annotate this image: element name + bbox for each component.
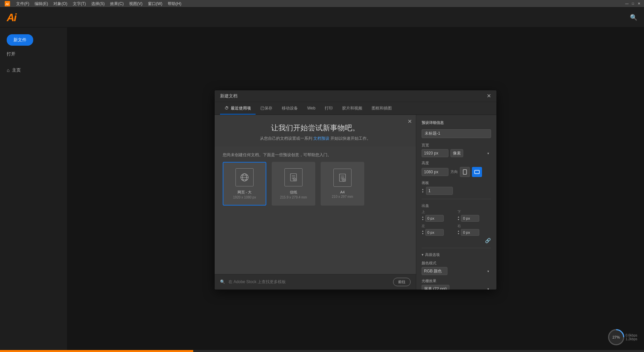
tab-print[interactable]: 打印 (320, 102, 337, 115)
template-hint: 您尚未创建任何文档。下面是一些预设创意，可帮助您入门。 (223, 152, 408, 158)
dialog-left-panel: ✕ 让我们开始尝试新事物吧。 从您自己的文档设置或一系列 文档预设 开始以快速开… (215, 115, 416, 290)
tab-mobile-label: 移动设备 (282, 105, 298, 111)
tab-web-label: Web (307, 106, 315, 111)
preset-name-input[interactable] (422, 129, 491, 138)
tab-recent[interactable]: ⏱ ⏱ 最近使用项 最近使用项 (220, 102, 256, 115)
bleed-bottom-group: 下 ▲ ▼ (458, 210, 491, 222)
sidebar-home-label: 主页 (12, 67, 21, 73)
bleed-right-input[interactable] (461, 229, 479, 236)
menu-text[interactable]: 文字(T) (70, 0, 89, 7)
width-label: 页宽 (422, 143, 491, 148)
sidebar: 新文件 打开 ⌂ 主页 (0, 28, 67, 352)
app-header: Ai 🔍 (0, 7, 644, 28)
modal-overlay: 新建文档 ✕ ⏱ ⏱ 最近使用项 最近使用项 已保存 移动设备 Web (67, 28, 644, 352)
width-input[interactable] (422, 149, 448, 157)
bleed-top-group: 上 ▲ ▼ (422, 210, 455, 222)
unit-select[interactable]: 像素 毫米 厘米 (450, 149, 463, 157)
tab-frame[interactable]: 图框和插图 (367, 102, 396, 115)
close-button[interactable]: ✕ (637, 1, 641, 6)
menu-bar: Ai 文件(F) 编辑(E) 对象(O) 文字(T) 选择(S) 效果(C) 视… (0, 0, 644, 7)
search-input[interactable] (228, 279, 390, 284)
width-row: 像素 毫米 厘米 (422, 149, 491, 157)
advanced-label: 高级选项 (425, 252, 440, 257)
boards-input[interactable] (426, 187, 453, 195)
template-area: 您尚未创建任何文档。下面是一些预设创意，可帮助您入门。 (215, 147, 416, 274)
bleed-right-spinner[interactable]: ▲ ▼ (458, 230, 460, 235)
height-orient-row: 方向 (422, 167, 491, 177)
bleed-link-icon[interactable]: 🔗 (484, 237, 491, 244)
template-size-1: 215.9 x 279.4 mm (280, 195, 307, 199)
menu-object[interactable]: 对象(O) (51, 0, 70, 7)
tab-web[interactable]: Web (303, 102, 320, 114)
bleed-top-spinner[interactable]: ▲ ▼ (422, 216, 424, 221)
bleed-bottom-input[interactable] (461, 215, 479, 222)
menu-effect[interactable]: 效果(C) (107, 0, 126, 7)
sidebar-item-home[interactable]: ⌂ 主页 (0, 65, 67, 75)
search-icon[interactable]: 🔍 (630, 14, 637, 21)
welcome-title: 让我们开始尝试新事物吧。 (225, 123, 405, 133)
main-content: 新建文档 ✕ ⏱ ⏱ 最近使用项 最近使用项 已保存 移动设备 Web (67, 28, 644, 352)
menu-file[interactable]: 文件(F) (13, 0, 32, 7)
template-cards: 网页 - 大 1920 x 1080 px (223, 162, 408, 206)
template-name-2: A4 (340, 190, 344, 194)
window-controls: — □ ✕ (625, 1, 641, 6)
menu-view[interactable]: 视图(V) (126, 0, 145, 7)
boards-up-arrow[interactable]: ▲ (422, 188, 424, 190)
bleed-left-spinner[interactable]: ▲ ▼ (422, 230, 424, 235)
goto-button[interactable]: 前往 (393, 278, 411, 286)
tab-film[interactable]: 胶片和视频 (337, 102, 367, 115)
svg-text:Ai: Ai (5, 2, 9, 6)
template-card-letter[interactable]: 信纸 215.9 x 279.4 mm (272, 162, 315, 206)
template-card-web-large[interactable]: 网页 - 大 1920 x 1080 px (223, 162, 266, 206)
dialog-search-bar: 🔍 前往 (215, 274, 416, 290)
template-name-1: 信纸 (290, 190, 297, 195)
bleed-left-input[interactable] (425, 229, 444, 236)
boards-spinner[interactable]: ▲ ▼ (422, 188, 424, 193)
template-card-a4[interactable]: A4 210 x 297 mm (321, 162, 364, 206)
welcome-area: ✕ 让我们开始尝试新事物吧。 从您自己的文档设置或一系列 文档预设 开始以快速开… (215, 115, 416, 147)
color-mode-select[interactable]: RGB 颜色 CMYK 颜色 (422, 267, 447, 275)
welcome-close-button[interactable]: ✕ (408, 118, 412, 125)
open-button[interactable]: 打开 (7, 51, 60, 57)
raster-select[interactable]: 屏幕 (72 ppi) 高 (300 ppi) (422, 285, 449, 290)
new-document-dialog: 新建文档 ✕ ⏱ ⏱ 最近使用项 最近使用项 已保存 移动设备 Web (215, 90, 496, 290)
template-name-0: 网页 - 大 (237, 190, 252, 195)
color-mode-select-wrapper: RGB 颜色 CMYK 颜色 (422, 267, 491, 275)
menu-edit[interactable]: 编辑(E) (32, 0, 51, 7)
dialog-close-button[interactable]: ✕ (487, 93, 491, 99)
template-size-2: 210 x 297 mm (332, 195, 353, 199)
menu-help[interactable]: 帮助(H) (165, 0, 184, 7)
portrait-button[interactable] (460, 167, 470, 177)
welcome-subtitle: 从您自己的文档设置或一系列 文档预设 开始以快速开始工作。 (225, 136, 405, 141)
boards-row: ▲ ▼ (422, 187, 491, 195)
menu-window[interactable]: 窗口(W) (145, 0, 165, 7)
template-icon-a4 (333, 169, 352, 187)
upload-speed: 0.6kbps (626, 334, 637, 337)
raster-select-wrapper: 屏幕 (72 ppi) 高 (300 ppi) (422, 285, 491, 290)
app-icon: Ai (3, 0, 12, 7)
height-input[interactable] (422, 168, 448, 176)
new-file-button[interactable]: 新文件 (7, 34, 33, 46)
preset-link[interactable]: 文档预设 (313, 136, 329, 141)
menu-select[interactable]: 选择(S) (89, 0, 107, 7)
orient-label: 方向 (450, 169, 458, 174)
bleed-top-input[interactable] (425, 215, 444, 222)
template-icon-globe (235, 168, 254, 186)
cpu-usage-indicator: 27% (608, 329, 624, 345)
app-logo: Ai (7, 12, 16, 23)
tab-print-label: 打印 (325, 105, 333, 111)
landscape-button[interactable] (472, 167, 482, 177)
tab-saved[interactable]: 已保存 (256, 102, 277, 115)
divider-bleed (422, 199, 491, 199)
bleed-bottom-spinner[interactable]: ▲ ▼ (458, 216, 460, 221)
boards-down-arrow[interactable]: ▼ (422, 191, 424, 193)
dialog-right-panel: 预设详细信息 页宽 像素 毫米 厘米 高度 (416, 115, 496, 290)
template-size-0: 1920 x 1080 px (233, 195, 256, 199)
minimize-button[interactable]: — (625, 1, 629, 6)
advanced-toggle[interactable]: ▾ 高级选项 (422, 252, 491, 257)
bottom-hint-bar (0, 350, 644, 352)
maximize-button[interactable]: □ (631, 1, 635, 6)
tab-mobile[interactable]: 移动设备 (277, 102, 303, 115)
home-icon: ⌂ (7, 68, 9, 73)
clock-icon: ⏱ (225, 106, 229, 111)
